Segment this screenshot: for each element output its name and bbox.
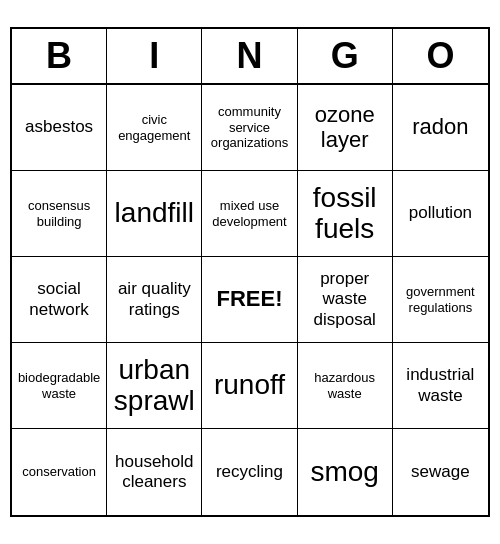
cell-text-20: conservation bbox=[22, 464, 96, 480]
cell-text-16: urban sprawl bbox=[111, 355, 197, 417]
cell-text-24: sewage bbox=[411, 462, 470, 482]
cell-text-6: landfill bbox=[115, 198, 194, 229]
cell-text-11: air quality ratings bbox=[111, 279, 197, 320]
cell-text-21: household cleaners bbox=[111, 452, 197, 493]
cell-text-10: social network bbox=[16, 279, 102, 320]
bingo-cell-0[interactable]: asbestos bbox=[12, 85, 107, 171]
cell-text-18: hazardous waste bbox=[302, 370, 388, 401]
bingo-letter-g: G bbox=[298, 29, 393, 83]
bingo-letter-b: B bbox=[12, 29, 107, 83]
cell-text-19: industrial waste bbox=[397, 365, 484, 406]
cell-text-22: recycling bbox=[216, 462, 283, 482]
bingo-cell-4[interactable]: radon bbox=[393, 85, 488, 171]
bingo-cell-12[interactable]: FREE! bbox=[202, 257, 297, 343]
bingo-cell-11[interactable]: air quality ratings bbox=[107, 257, 202, 343]
cell-text-13: proper waste disposal bbox=[302, 269, 388, 330]
bingo-cell-1[interactable]: civic engagement bbox=[107, 85, 202, 171]
bingo-card: BINGO asbestoscivic engagementcommunity … bbox=[10, 27, 490, 517]
bingo-cell-3[interactable]: ozone layer bbox=[298, 85, 393, 171]
bingo-cell-2[interactable]: community service organizations bbox=[202, 85, 297, 171]
bingo-cell-16[interactable]: urban sprawl bbox=[107, 343, 202, 429]
cell-text-7: mixed use development bbox=[206, 198, 292, 229]
bingo-cell-8[interactable]: fossil fuels bbox=[298, 171, 393, 257]
bingo-cell-10[interactable]: social network bbox=[12, 257, 107, 343]
bingo-cell-19[interactable]: industrial waste bbox=[393, 343, 488, 429]
cell-text-0: asbestos bbox=[25, 117, 93, 137]
cell-text-3: ozone layer bbox=[302, 103, 388, 151]
bingo-cell-18[interactable]: hazardous waste bbox=[298, 343, 393, 429]
bingo-cell-5[interactable]: consensus building bbox=[12, 171, 107, 257]
bingo-cell-20[interactable]: conservation bbox=[12, 429, 107, 515]
cell-text-17: runoff bbox=[214, 370, 285, 401]
cell-text-5: consensus building bbox=[16, 198, 102, 229]
bingo-letter-o: O bbox=[393, 29, 488, 83]
cell-text-2: community service organizations bbox=[206, 104, 292, 151]
bingo-cell-23[interactable]: smog bbox=[298, 429, 393, 515]
cell-text-9: pollution bbox=[409, 203, 472, 223]
bingo-cell-14[interactable]: government regulations bbox=[393, 257, 488, 343]
cell-text-14: government regulations bbox=[397, 284, 484, 315]
bingo-cell-13[interactable]: proper waste disposal bbox=[298, 257, 393, 343]
bingo-letter-n: N bbox=[202, 29, 297, 83]
cell-text-1: civic engagement bbox=[111, 112, 197, 143]
bingo-cell-17[interactable]: runoff bbox=[202, 343, 297, 429]
cell-text-4: radon bbox=[412, 115, 468, 139]
bingo-grid: asbestoscivic engagementcommunity servic… bbox=[12, 85, 488, 515]
bingo-cell-9[interactable]: pollution bbox=[393, 171, 488, 257]
cell-text-23: smog bbox=[310, 457, 378, 488]
cell-text-12: FREE! bbox=[216, 286, 282, 312]
bingo-cell-15[interactable]: biodegradable waste bbox=[12, 343, 107, 429]
bingo-cell-22[interactable]: recycling bbox=[202, 429, 297, 515]
cell-text-8: fossil fuels bbox=[302, 183, 388, 245]
bingo-header: BINGO bbox=[12, 29, 488, 85]
bingo-letter-i: I bbox=[107, 29, 202, 83]
bingo-cell-6[interactable]: landfill bbox=[107, 171, 202, 257]
bingo-cell-21[interactable]: household cleaners bbox=[107, 429, 202, 515]
bingo-cell-7[interactable]: mixed use development bbox=[202, 171, 297, 257]
bingo-cell-24[interactable]: sewage bbox=[393, 429, 488, 515]
cell-text-15: biodegradable waste bbox=[16, 370, 102, 401]
